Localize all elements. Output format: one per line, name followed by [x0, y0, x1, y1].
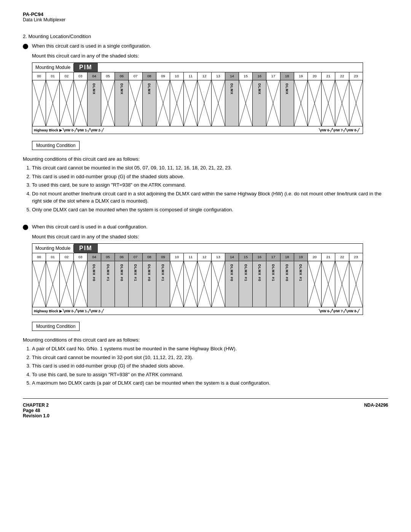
slot-cell-00: 00: [32, 72, 46, 80]
slot-numbers-row-2: 0001020304050607080910111213141516171819…: [32, 253, 363, 261]
header: PA-PC94 Data Link Multiplexer: [23, 11, 388, 22]
dlmx-label-04: DLMX: [92, 83, 96, 95]
body-col-20: [308, 80, 322, 126]
single-conditions-list: This circuit card cannot be mounted in t…: [32, 164, 388, 213]
hw-seg-6-2: ╲HW 6-╱╲HW 7-╱╲HW 8-╱: [319, 309, 362, 313]
body-col-23: [349, 80, 363, 126]
dual-condition-2: This circuit card cannot be mounted in 3…: [32, 354, 388, 361]
dual-slot-cell-20: 20: [308, 253, 322, 261]
body-col-05: [101, 80, 115, 126]
dual-body-col-21: [322, 261, 335, 307]
body-col-07: [129, 80, 142, 126]
slot-cell-21: 21: [322, 72, 335, 80]
slot-cell-22: 22: [335, 72, 349, 80]
body-col-11: [184, 80, 198, 126]
slot-cell-06: 06: [115, 72, 129, 80]
slot-cell-08: 08: [143, 72, 156, 80]
slot-cell-12: 12: [198, 72, 211, 80]
dual-body-col-18: DLMX #0: [280, 261, 294, 307]
dual-dlmx-label-04: DLMX #0: [92, 264, 96, 281]
dlmx-label-16: DLMX: [258, 83, 261, 95]
dlmx-label-14: DLMX: [230, 83, 234, 95]
dual-body-col-11: [184, 261, 198, 307]
dual-body-col-03: [74, 261, 88, 307]
dlmx-label-06: DLMX: [120, 83, 124, 95]
body-col-02: [60, 80, 73, 126]
slot-cell-02: 02: [60, 72, 73, 80]
hw-seg-0-2: ╲HW 0-╱╲HW 1-╱╲HW 2-╱: [63, 309, 104, 313]
body-col-00: [32, 80, 46, 126]
body-col-21: [322, 80, 335, 126]
dual-slot-cell-16: 16: [253, 253, 266, 261]
dual-condition-5: A maximum two DLMX cards (a pair of DLMX…: [32, 379, 388, 387]
single-condition-4: Do not mount another line/trunk circuit …: [32, 190, 388, 205]
highway-row-1: Highway Block ▶ ╲HW 0-╱╲HW 1-╱╲HW 2-╱ ╲H…: [32, 126, 363, 134]
body-col-06: DLMX: [115, 80, 129, 126]
dual-dlmx-label-06: DLMX #0: [120, 264, 124, 281]
hw-block-label-1: Highway Block ▶: [34, 128, 63, 132]
slot-cell-15: 15: [239, 72, 253, 80]
body-col-17: [266, 80, 280, 126]
slot-cell-18: 18: [280, 72, 294, 80]
dual-slot-cell-11: 11: [184, 253, 198, 261]
dual-conditions-list: A pair of DLMX card No. 0/No. 1 systems …: [32, 345, 388, 387]
body-col-14: DLMX: [225, 80, 239, 126]
dual-slot-cell-14: 14: [225, 253, 239, 261]
dual-body-col-08: DLMX #0: [143, 261, 156, 307]
slot-cell-23: 23: [349, 72, 363, 80]
dual-config-diagram: Mounting Module PIM 00010203040506070809…: [32, 243, 363, 315]
body-col-15: [239, 80, 253, 126]
dual-body-col-15: DLMX #1: [239, 261, 253, 307]
body-col-22: [335, 80, 349, 126]
diagram-body-1: DLMXDLMXDLMXDLMXDLMXDLMX: [32, 80, 363, 126]
mounting-condition-box-1: Mounting Condition: [32, 141, 80, 150]
dual-body-col-22: [335, 261, 349, 307]
body-col-12: [198, 80, 211, 126]
dual-body-col-01: [46, 261, 60, 307]
slot-cell-14: 14: [225, 72, 239, 80]
slot-cell-05: 05: [101, 72, 115, 80]
dual-slot-cell-10: 10: [170, 253, 184, 261]
dual-slot-cell-04: 04: [88, 253, 101, 261]
section-heading: 2. Mounting Location/Condition: [23, 34, 388, 39]
dual-config-bullet: When this circuit card is used in a dual…: [23, 224, 388, 230]
hw-seg-6-1: ╲HW 6-╱╲HW 7-╱╲HW 8-╱: [319, 128, 362, 132]
dual-slot-cell-08: 08: [143, 253, 156, 261]
dlmx-label-18: DLMX: [285, 83, 289, 95]
dual-dlmx-label-19: DLMX #1: [299, 264, 303, 281]
single-condition-2: This card is used in odd-number group (G…: [32, 173, 388, 181]
conditions-intro-1: Mounting conditions of this circuit card…: [23, 156, 388, 162]
conditions-intro-2: Mounting conditions of this circuit card…: [23, 337, 388, 343]
slot-cell-04: 04: [88, 72, 101, 80]
slot-cell-13: 13: [212, 72, 225, 80]
dual-slot-cell-06: 06: [115, 253, 129, 261]
body-col-01: [46, 80, 60, 126]
dual-body-col-05: DLMX #1: [101, 261, 115, 307]
dual-body-col-06: DLMX #0: [115, 261, 129, 307]
chapter-label: CHAPTER 2: [23, 403, 49, 408]
footer-left: CHAPTER 2 Page 48 Revision 1.0: [23, 403, 49, 419]
dual-slot-cell-01: 01: [46, 253, 60, 261]
dual-condition-4: To use this card, be sure to assign "RT=…: [32, 371, 388, 379]
dual-body-col-07: DLMX #1: [129, 261, 142, 307]
hw-block-label-2: Highway Block ▶: [34, 309, 63, 313]
dual-slot-cell-21: 21: [322, 253, 335, 261]
body-col-04: DLMX: [88, 80, 101, 126]
diagram-header: Mounting Module PIM: [32, 63, 363, 72]
page-label: Page 48: [23, 408, 49, 413]
dual-body-col-09: DLMX #1: [156, 261, 170, 307]
dual-dlmx-label-18: DLMX #0: [285, 264, 289, 281]
slot-cell-01: 01: [46, 72, 60, 80]
dual-slot-cell-15: 15: [239, 253, 253, 261]
body-col-10: [170, 80, 184, 126]
dual-dlmx-label-16: DLMX #0: [258, 264, 261, 281]
dual-body-col-23: [349, 261, 363, 307]
single-condition-1: This circuit card cannot be mounted in t…: [32, 164, 388, 172]
dual-slot-cell-09: 09: [156, 253, 170, 261]
dual-dlmx-label-09: DLMX #1: [161, 264, 165, 281]
mounting-condition-box-2: Mounting Condition: [32, 322, 80, 331]
single-config-text: When this circuit card is used in a sing…: [32, 43, 151, 49]
bullet-circle-2: [23, 225, 28, 230]
pim-label-1: PIM: [74, 63, 97, 72]
dual-dlmx-label-05: DLMX #1: [106, 264, 110, 281]
